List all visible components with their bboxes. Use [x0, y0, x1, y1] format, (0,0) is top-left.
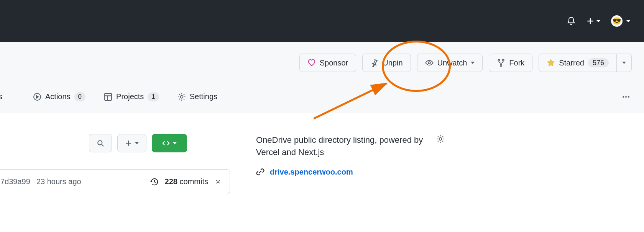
avatar: 😎	[611, 15, 623, 27]
sponsor-label: Sponsor	[320, 59, 348, 67]
starred-button[interactable]: Starred 576	[539, 54, 617, 72]
star-dropdown-button[interactable]	[617, 54, 632, 72]
main-content: 7d39a99 23 hours ago 228 commits OneDriv…	[0, 113, 644, 194]
history-icon	[150, 178, 159, 186]
star-button-group: Starred 576	[539, 54, 632, 72]
edit-description-button[interactable]	[436, 135, 445, 143]
repo-description: OneDrive public directory listing, power…	[256, 134, 427, 158]
plus-icon	[125, 140, 132, 147]
notifications-button[interactable]	[567, 16, 576, 26]
tab-projects[interactable]: Projects 1	[102, 92, 161, 108]
code-icon	[162, 139, 170, 147]
code-button[interactable]	[152, 134, 187, 152]
repo-sidebar: OneDrive public directory listing, power…	[230, 134, 445, 194]
user-menu-button[interactable]: 😎	[611, 15, 630, 27]
tab-projects-count: 1	[148, 92, 159, 101]
more-tabs-button[interactable]	[622, 93, 644, 108]
partial-tab-text: s	[0, 92, 2, 108]
search-icon	[97, 139, 104, 147]
fork-button[interactable]: Fork	[489, 54, 532, 72]
add-file-button[interactable]	[117, 134, 146, 152]
play-icon	[33, 93, 41, 101]
pin-icon	[370, 59, 379, 67]
svg-point-11	[218, 181, 219, 182]
tab-actions-label: Actions	[45, 92, 71, 101]
chevron-down-icon	[626, 20, 630, 22]
commits-count: 228 commits	[165, 177, 208, 186]
star-icon	[547, 59, 555, 67]
kebab-icon	[622, 93, 630, 101]
star-count: 576	[588, 58, 609, 67]
chevron-down-icon	[596, 20, 600, 22]
repo-action-bar: Sponsor Unpin Unwatch Fork Starred 5	[0, 42, 644, 72]
unpin-button[interactable]: Unpin	[362, 54, 411, 72]
repo-nav: s Actions 0 Projects 1 Settings	[0, 72, 644, 113]
chevron-down-icon	[622, 62, 626, 64]
plus-icon	[586, 17, 594, 25]
svg-point-1	[498, 59, 500, 61]
unpin-label: Unpin	[383, 59, 402, 67]
project-icon	[104, 93, 112, 101]
global-header: 😎	[0, 0, 644, 42]
starred-label: Starred	[559, 59, 584, 67]
collapse-icon	[214, 178, 222, 186]
heart-icon	[307, 59, 316, 67]
svg-rect-5	[105, 93, 112, 100]
svg-point-6	[180, 95, 183, 98]
svg-point-7	[623, 96, 624, 97]
gear-icon	[177, 93, 186, 101]
sponsor-button[interactable]: Sponsor	[299, 54, 356, 72]
create-new-button[interactable]	[586, 17, 600, 25]
gear-icon	[436, 135, 445, 143]
commit-time: 23 hours ago	[36, 177, 81, 186]
latest-commit-row[interactable]: 7d39a99 23 hours ago 228 commits	[0, 169, 230, 194]
commit-sha: 7d39a99	[0, 177, 30, 186]
chevron-down-icon	[173, 142, 177, 144]
tab-actions[interactable]: Actions 0	[31, 92, 87, 108]
eye-icon	[425, 59, 434, 67]
svg-point-9	[628, 96, 629, 97]
unwatch-label: Unwatch	[437, 59, 467, 67]
svg-point-12	[439, 138, 442, 141]
svg-point-10	[98, 141, 102, 145]
tab-projects-label: Projects	[116, 92, 144, 101]
fork-icon	[497, 59, 505, 67]
link-icon	[256, 168, 264, 176]
repo-website-link[interactable]: drive.spencerwoo.com	[270, 168, 353, 176]
fork-label: Fork	[509, 59, 524, 67]
svg-point-3	[500, 65, 502, 66]
svg-point-2	[503, 59, 504, 61]
chevron-down-icon	[471, 62, 475, 64]
go-to-file-button[interactable]	[89, 134, 112, 152]
tab-settings[interactable]: Settings	[176, 92, 219, 108]
svg-point-0	[428, 62, 430, 64]
code-toolbar	[0, 134, 230, 152]
unwatch-button[interactable]: Unwatch	[417, 54, 483, 72]
chevron-down-icon	[135, 142, 139, 144]
tab-settings-label: Settings	[190, 92, 217, 101]
svg-point-8	[625, 96, 627, 97]
tab-actions-count: 0	[74, 92, 85, 101]
bell-icon	[567, 16, 576, 26]
